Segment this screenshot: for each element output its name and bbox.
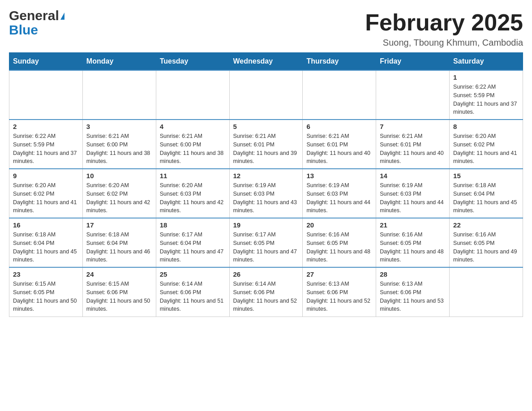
calendar-week-row: 9Sunrise: 6:20 AMSunset: 6:02 PMDaylight… [9,169,523,218]
calendar-cell: 16Sunrise: 6:18 AMSunset: 6:04 PMDayligh… [9,218,83,267]
calendar-cell [376,70,450,120]
calendar-week-row: 1Sunrise: 6:22 AMSunset: 5:59 PMDaylight… [9,70,523,120]
calendar-cell: 8Sunrise: 6:20 AMSunset: 6:02 PMDaylight… [450,120,523,169]
day-info: Sunrise: 6:22 AMSunset: 5:59 PMDaylight:… [453,83,519,116]
calendar-cell: 12Sunrise: 6:19 AMSunset: 6:03 PMDayligh… [229,169,303,218]
calendar-cell: 4Sunrise: 6:21 AMSunset: 6:00 PMDaylight… [156,120,229,169]
day-info: Sunrise: 6:21 AMSunset: 6:00 PMDaylight:… [160,132,226,166]
logo: General Blue [9,9,64,38]
day-info: Sunrise: 6:19 AMSunset: 6:03 PMDaylight:… [233,181,299,215]
calendar-cell: 23Sunrise: 6:15 AMSunset: 6:05 PMDayligh… [9,267,83,317]
logo-blue-text: Blue [9,22,38,37]
day-info: Sunrise: 6:18 AMSunset: 6:04 PMDaylight:… [86,231,152,264]
day-info: Sunrise: 6:15 AMSunset: 6:05 PMDaylight:… [13,280,79,313]
day-number: 4 [160,123,226,130]
calendar-cell [229,70,303,120]
day-number: 13 [306,172,372,180]
calendar-cell: 17Sunrise: 6:18 AMSunset: 6:04 PMDayligh… [82,218,156,267]
day-info: Sunrise: 6:14 AMSunset: 6:06 PMDaylight:… [233,280,299,313]
calendar-cell: 6Sunrise: 6:21 AMSunset: 6:01 PMDaylight… [303,120,376,169]
day-number: 6 [306,123,372,130]
day-number: 1 [453,73,519,81]
day-number: 17 [86,221,152,229]
calendar-cell: 26Sunrise: 6:14 AMSunset: 6:06 PMDayligh… [229,267,303,317]
day-info: Sunrise: 6:21 AMSunset: 6:01 PMDaylight:… [380,132,446,166]
day-info: Sunrise: 6:16 AMSunset: 6:05 PMDaylight:… [453,231,519,264]
day-number: 23 [13,270,79,278]
weekday-header-row: SundayMondayTuesdayWednesdayThursdayFrid… [9,53,523,71]
day-number: 25 [160,270,226,278]
weekday-header-saturday: Saturday [450,53,523,71]
day-info: Sunrise: 6:20 AMSunset: 6:02 PMDaylight:… [86,181,152,215]
calendar-table: SundayMondayTuesdayWednesdayThursdayFrid… [9,52,523,317]
day-info: Sunrise: 6:21 AMSunset: 6:00 PMDaylight:… [86,132,152,166]
day-number: 18 [160,221,226,229]
calendar-cell: 28Sunrise: 6:13 AMSunset: 6:06 PMDayligh… [376,267,450,317]
calendar-cell: 15Sunrise: 6:18 AMSunset: 6:04 PMDayligh… [450,169,523,218]
day-info: Sunrise: 6:13 AMSunset: 6:06 PMDaylight:… [306,280,372,313]
day-info: Sunrise: 6:16 AMSunset: 6:05 PMDaylight:… [380,231,446,264]
calendar-cell: 3Sunrise: 6:21 AMSunset: 6:00 PMDaylight… [82,120,156,169]
calendar-cell: 19Sunrise: 6:17 AMSunset: 6:05 PMDayligh… [229,218,303,267]
day-info: Sunrise: 6:20 AMSunset: 6:02 PMDaylight:… [13,181,79,215]
day-number: 22 [453,221,519,229]
day-number: 27 [306,270,372,278]
day-number: 11 [160,172,226,180]
day-info: Sunrise: 6:19 AMSunset: 6:03 PMDaylight:… [380,181,446,215]
logo-triangle-icon [60,13,64,20]
calendar-cell: 27Sunrise: 6:13 AMSunset: 6:06 PMDayligh… [303,267,376,317]
calendar-week-row: 2Sunrise: 6:22 AMSunset: 5:59 PMDaylight… [9,120,523,169]
location-subtitle: Suong, Tboung Khmum, Cambodia [365,38,523,48]
calendar-cell: 18Sunrise: 6:17 AMSunset: 6:04 PMDayligh… [156,218,229,267]
day-number: 15 [453,172,519,180]
weekday-header-sunday: Sunday [9,53,83,71]
day-number: 19 [233,221,299,229]
logo-general-text: General [9,9,59,22]
day-number: 24 [86,270,152,278]
calendar-cell: 14Sunrise: 6:19 AMSunset: 6:03 PMDayligh… [376,169,450,218]
day-info: Sunrise: 6:20 AMSunset: 6:03 PMDaylight:… [160,181,226,215]
day-info: Sunrise: 6:17 AMSunset: 6:04 PMDaylight:… [160,231,226,264]
calendar-cell: 5Sunrise: 6:21 AMSunset: 6:01 PMDaylight… [229,120,303,169]
day-number: 7 [380,123,446,130]
calendar-cell [450,267,523,317]
month-title: February 2025 [365,9,523,36]
day-number: 3 [86,123,152,130]
calendar-cell [9,70,83,120]
calendar-cell: 21Sunrise: 6:16 AMSunset: 6:05 PMDayligh… [376,218,450,267]
weekday-header-thursday: Thursday [303,53,376,71]
day-number: 21 [380,221,446,229]
day-info: Sunrise: 6:21 AMSunset: 6:01 PMDaylight:… [306,132,372,166]
day-number: 16 [13,221,79,229]
calendar-cell: 20Sunrise: 6:16 AMSunset: 6:05 PMDayligh… [303,218,376,267]
calendar-cell [82,70,156,120]
day-number: 10 [86,172,152,180]
day-number: 20 [306,221,372,229]
calendar-cell [156,70,229,120]
day-info: Sunrise: 6:18 AMSunset: 6:04 PMDaylight:… [453,181,519,215]
day-number: 9 [13,172,79,180]
calendar-cell: 13Sunrise: 6:19 AMSunset: 6:03 PMDayligh… [303,169,376,218]
day-number: 14 [380,172,446,180]
calendar-cell: 11Sunrise: 6:20 AMSunset: 6:03 PMDayligh… [156,169,229,218]
day-info: Sunrise: 6:15 AMSunset: 6:06 PMDaylight:… [86,280,152,313]
day-number: 12 [233,172,299,180]
day-info: Sunrise: 6:14 AMSunset: 6:06 PMDaylight:… [160,280,226,313]
day-number: 26 [233,270,299,278]
calendar-cell: 9Sunrise: 6:20 AMSunset: 6:02 PMDaylight… [9,169,83,218]
day-info: Sunrise: 6:13 AMSunset: 6:06 PMDaylight:… [380,280,446,313]
day-info: Sunrise: 6:16 AMSunset: 6:05 PMDaylight:… [306,231,372,264]
day-number: 2 [13,123,79,130]
day-info: Sunrise: 6:22 AMSunset: 5:59 PMDaylight:… [13,132,79,166]
day-info: Sunrise: 6:18 AMSunset: 6:04 PMDaylight:… [13,231,79,264]
calendar-cell: 2Sunrise: 6:22 AMSunset: 5:59 PMDaylight… [9,120,83,169]
day-info: Sunrise: 6:21 AMSunset: 6:01 PMDaylight:… [233,132,299,166]
day-info: Sunrise: 6:17 AMSunset: 6:05 PMDaylight:… [233,231,299,264]
page-header: General Blue February 2025 Suong, Tboung… [9,9,523,48]
weekday-header-friday: Friday [376,53,450,71]
weekday-header-tuesday: Tuesday [156,53,229,71]
day-number: 5 [233,123,299,130]
weekday-header-wednesday: Wednesday [229,53,303,71]
title-section: February 2025 Suong, Tboung Khmum, Cambo… [365,9,523,48]
day-info: Sunrise: 6:19 AMSunset: 6:03 PMDaylight:… [306,181,372,215]
